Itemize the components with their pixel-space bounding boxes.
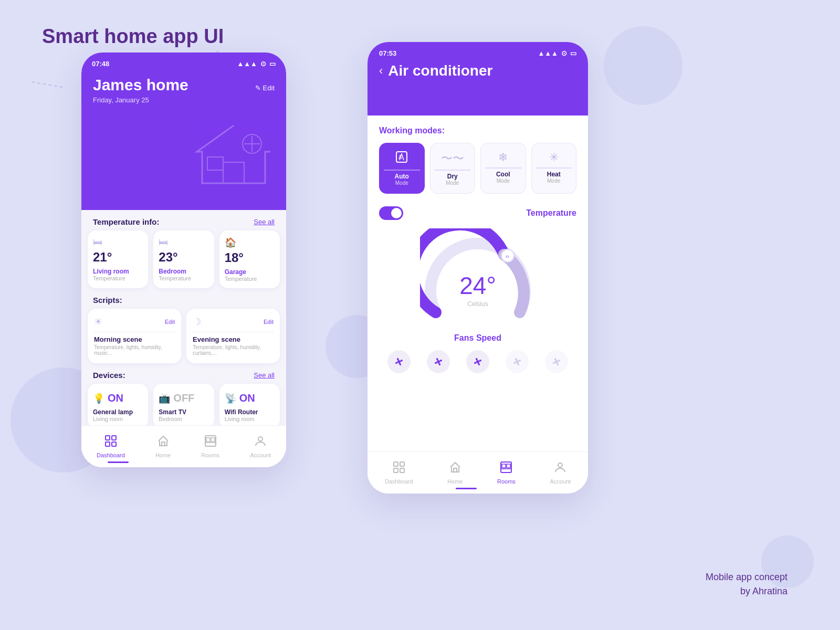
phone2-nav-dashboard[interactable]: Dashboard (385, 461, 413, 485)
toggle-knob (391, 208, 402, 218)
device-tv-status: OFF (173, 392, 194, 404)
svg-rect-29 (400, 468, 404, 472)
house-illustration (192, 120, 276, 200)
auto-mode-label: Mode (384, 180, 420, 186)
temp-control-label: Temperature (526, 208, 576, 218)
back-button[interactable]: ‹ (379, 64, 383, 78)
cool-mode-name: Cool (485, 171, 521, 178)
bed-icon: 🛏 (93, 237, 143, 248)
svg-point-25 (555, 360, 558, 363)
device-card-tv[interactable]: 📺 OFF Smart TV Bedroom (153, 384, 214, 428)
phone1-header: 07:48 ▲▲▲ ⊙ ▭ James home Friday, January… (81, 52, 286, 210)
phone2-status-icons: ▲▲▲ ⊙ ▭ (538, 49, 576, 57)
nav-home[interactable]: Home (155, 435, 171, 458)
heat-mode-label: Mode (536, 178, 572, 184)
phone2-battery-icon: ▭ (570, 49, 576, 57)
svg-rect-33 (507, 464, 510, 468)
moon-icon: ☽ (193, 316, 201, 328)
temp-room-garage: Garage (225, 268, 275, 276)
auto-mode-name: Auto (384, 173, 420, 180)
mode-cards: A Auto Mode 〜〜 Dry Mode ❄ Cool Mode (379, 143, 576, 194)
signal-icon: ▲▲▲ (237, 60, 257, 68)
fans-speed-title: Fans Speed (379, 333, 576, 343)
working-modes-title: Working modes: (379, 126, 576, 135)
devices-section-header: Devices: See all (81, 363, 286, 384)
edit-button[interactable]: ✎ Edit (255, 84, 275, 92)
phone1-time: 07:48 (92, 60, 109, 68)
device-wifi-status-row: 📡 ON (225, 390, 275, 406)
script-evening-name: Evening scene (193, 335, 274, 343)
nav-rooms-label: Rooms (201, 452, 219, 458)
phone2: 07:53 ▲▲▲ ⊙ ▭ ‹ Air conditioner Working … (368, 42, 588, 494)
device-wifi-status: ON (239, 392, 255, 404)
temp-see-all[interactable]: See all (254, 218, 275, 226)
script-morning-header: ☀ Edit (94, 316, 175, 328)
svg-rect-31 (501, 462, 511, 472)
script-evening-desc: Temperature, lights, humidity, curtains,… (193, 344, 274, 356)
dry-mode-name: Dry (435, 173, 471, 180)
device-cards: 💡 ON General lamp Living room 📺 OFF Smar… (81, 384, 286, 428)
nav-rooms[interactable]: Rooms (201, 435, 219, 458)
nav-indicator (108, 461, 129, 463)
fan-4[interactable] (506, 350, 529, 373)
phone2-nav-account[interactable]: Account (550, 461, 571, 485)
fans-row (379, 350, 576, 373)
script-card-evening[interactable]: ☽ Edit Evening scene Temperature, lights… (186, 309, 280, 363)
devices-title: Devices: (93, 371, 125, 380)
mode-auto[interactable]: A Auto Mode (379, 143, 425, 194)
svg-rect-11 (206, 438, 210, 442)
fan-5[interactable] (545, 350, 568, 373)
temp-control-row: Temperature (379, 206, 576, 220)
script-evening-edit[interactable]: Edit (264, 319, 274, 325)
dry-icon: 〜〜 (435, 151, 471, 166)
temp-section-title: Temperature info: (93, 217, 159, 226)
svg-rect-9 (162, 442, 165, 446)
device-wifi-name: Wifi Router (225, 408, 275, 416)
phone2-header: 07:53 ▲▲▲ ⊙ ▭ ‹ Air conditioner (368, 42, 588, 116)
device-card-lamp[interactable]: 💡 ON General lamp Living room (88, 384, 148, 428)
svg-text:24°: 24° (459, 272, 496, 299)
svg-text:Celsius: Celsius (467, 300, 488, 308)
bedroom-icon: 🛏 (159, 237, 208, 248)
account-icon (255, 435, 266, 450)
fan-2[interactable] (427, 350, 450, 373)
mode-cool[interactable]: ❄ Cool Mode (480, 143, 526, 194)
temp-card-garage[interactable]: 🏠 18° Garage Temperature (219, 230, 280, 288)
nav-dashboard[interactable]: Dashboard (97, 435, 125, 458)
svg-rect-12 (211, 438, 215, 442)
phone2-nav-dashboard-label: Dashboard (385, 478, 413, 485)
cool-mode-label: Mode (485, 178, 521, 184)
air-conditioner-title: Air conditioner (388, 62, 492, 79)
temp-value-living: 21° (93, 250, 143, 265)
svg-rect-28 (394, 468, 398, 472)
phone2-nav-rooms[interactable]: Rooms (497, 461, 516, 485)
mode-heat[interactable]: ✳ Heat Mode (531, 143, 577, 194)
device-tv-name: Smart TV (159, 408, 208, 416)
temp-card-living[interactable]: 🛏 21° Living room Temperature (88, 230, 148, 288)
script-card-morning[interactable]: ☀ Edit Morning scene Temperature, lights… (88, 309, 181, 363)
devices-see-all[interactable]: See all (254, 371, 275, 379)
device-card-wifi[interactable]: 📡 ON Wifi Router Living room (219, 384, 280, 428)
phone2-body: Working modes: A Auto Mode 〜〜 Dry Mo (368, 116, 588, 494)
auto-icon: A (384, 151, 420, 166)
svg-rect-7 (106, 442, 110, 446)
temp-cards: 🛏 21° Living room Temperature 🛏 23° Bedr… (81, 230, 286, 288)
mode-dry[interactable]: 〜〜 Dry Mode (430, 143, 476, 194)
edit-icon: ✎ (255, 84, 261, 92)
temp-room-living: Living room (93, 268, 143, 275)
script-morning-edit[interactable]: Edit (165, 319, 175, 325)
svg-rect-8 (112, 442, 116, 446)
temp-toggle[interactable] (379, 206, 403, 220)
phone1-nav: Dashboard Home Rooms (81, 425, 286, 467)
svg-rect-30 (454, 468, 457, 472)
fan-1[interactable] (387, 350, 411, 373)
scripts-section-header: Scripts: (81, 288, 286, 309)
sun-icon: ☀ (94, 316, 102, 328)
fan-3[interactable] (466, 350, 489, 373)
svg-rect-0 (223, 162, 244, 183)
temp-label-living: Temperature (93, 275, 143, 281)
phone2-nav-home[interactable]: Home (447, 461, 463, 485)
temp-card-bedroom[interactable]: 🛏 23° Bedroom Temperature (153, 230, 214, 288)
nav-account[interactable]: Account (250, 435, 271, 458)
svg-rect-10 (205, 436, 216, 446)
